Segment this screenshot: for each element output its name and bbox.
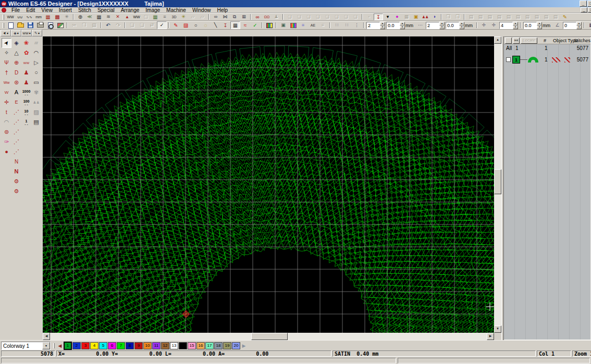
menu-stitch[interactable]: Stitch xyxy=(75,7,94,13)
document-icon[interactable] xyxy=(2,8,6,12)
undo[interactable]: ↶ xyxy=(103,21,113,29)
gears-tool[interactable]: ⚙ xyxy=(11,177,21,186)
satin-fill[interactable]: WW xyxy=(132,14,141,20)
lattice-fill-2[interactable]: ▦ xyxy=(94,14,104,20)
colorway-swatch-14[interactable] xyxy=(179,342,187,349)
satin-stitch[interactable]: WW xyxy=(6,14,15,20)
density-100-tool[interactable]: 100 xyxy=(21,97,31,107)
mesh-tool[interactable]: ⋈ xyxy=(220,14,230,20)
half-view[interactable]: ◗ xyxy=(430,14,439,20)
colorway-swatch-4[interactable]: 4 xyxy=(90,342,98,349)
pull-comp-value-down-icon[interactable]: ▼ xyxy=(380,26,385,29)
colorway-swatch-3[interactable]: 3 xyxy=(81,342,90,349)
pattern-stamp[interactable]: ▦ xyxy=(151,14,160,20)
needle-point-select[interactable]: ↧ xyxy=(374,14,383,20)
small-dots-a[interactable]: ∷ xyxy=(332,21,342,29)
zigzag-stitch[interactable]: ∿∿ xyxy=(24,14,34,20)
grid-size-value-input[interactable]: 4 xyxy=(499,22,513,29)
colorway-swatch-19[interactable]: 19 xyxy=(223,342,231,349)
maximize-button[interactable]: □ xyxy=(587,1,591,7)
menu-image[interactable]: Image xyxy=(142,7,163,13)
stitch-type-dropdown[interactable]: WW▾ xyxy=(21,30,32,36)
curve-n-bold-tool[interactable]: N xyxy=(11,167,21,177)
colorway-swatch-20[interactable]: 20 xyxy=(232,342,240,349)
menu-help[interactable]: Help xyxy=(214,7,231,13)
panel-dock-icon[interactable]: »« xyxy=(513,37,520,44)
column-qa-tool[interactable]: W xyxy=(2,87,11,97)
pull-comp-value[interactable]: 2▲▼ xyxy=(366,22,385,29)
object-thumbnail[interactable] xyxy=(528,57,538,62)
run-c-tool[interactable]: ⋰ xyxy=(11,127,21,137)
branch-tool[interactable]: Ψ xyxy=(2,58,11,68)
next-colors-icon[interactable]: ▶ xyxy=(240,342,248,349)
overlap-tool[interactable]: ⧉ xyxy=(230,14,239,20)
run-a-tool[interactable]: ⋰ xyxy=(11,107,21,117)
select-dropdown[interactable]: ➤▾ xyxy=(1,30,11,36)
flag-shape-tool[interactable]: ▷ xyxy=(31,58,41,68)
flower-tool[interactable]: ❀ xyxy=(21,38,31,48)
summary-row[interactable]: All 1 1 5077 xyxy=(504,45,590,53)
horizontal-scroll-thumb[interactable] xyxy=(251,333,288,340)
angle-value[interactable]: 0▲▼ xyxy=(563,22,582,29)
menu-window[interactable]: Window xyxy=(189,7,214,13)
print[interactable] xyxy=(35,21,45,29)
run-stitch[interactable]: ∪∪ xyxy=(15,14,24,20)
menu-machine[interactable]: Machine xyxy=(163,7,189,13)
grid-size-value[interactable]: 4▲▼ xyxy=(499,22,518,29)
lattice-fill[interactable]: ▦ xyxy=(43,14,53,20)
auto-apply-check[interactable]: ✓ xyxy=(157,21,167,29)
select-tool[interactable]: ➤ xyxy=(2,38,11,48)
dim-artwork[interactable]: ≡ xyxy=(298,21,308,29)
colorway-swatch-15[interactable]: 15 xyxy=(188,342,196,349)
menu-special[interactable]: Special xyxy=(94,7,118,13)
design-notes[interactable]: ✎ xyxy=(560,14,570,20)
stitch-spacing-value[interactable]: 2▲▼ xyxy=(426,22,445,29)
properties-tool[interactable]: ▤ xyxy=(31,117,41,127)
scroll-right-icon[interactable]: ▶ xyxy=(487,333,494,340)
stitch-count-check[interactable]: ΩΩ xyxy=(262,14,272,20)
freehand-select-tool[interactable]: ✧ xyxy=(2,48,11,58)
wreath-tool[interactable]: ⊛ xyxy=(11,78,21,87)
filter-triangle[interactable]: ▼ xyxy=(383,14,392,20)
object-color-chip[interactable]: 1 xyxy=(512,56,520,64)
stop-tool[interactable]: ● xyxy=(2,147,11,157)
pull-offset-value-input[interactable]: 0.0 xyxy=(386,22,400,29)
angle-value-up-icon[interactable]: ▲ xyxy=(576,22,582,26)
motif-gray-tool[interactable]: ✾ xyxy=(31,87,41,97)
input-method-dropdown[interactable]: ✎▾ xyxy=(32,30,42,36)
measure-tool[interactable]: ✛ xyxy=(2,97,11,107)
scroll-up-icon[interactable]: ▲ xyxy=(494,36,501,44)
print-preview[interactable] xyxy=(45,21,55,29)
small-dots-c[interactable]: ⋮ xyxy=(352,21,362,29)
colorway-select[interactable]: Colorway 1 ▾ xyxy=(1,342,51,350)
ellipse-tool[interactable]: ○ xyxy=(31,68,41,78)
hatch-red[interactable]: ▨ xyxy=(181,21,191,29)
colorway-swatch-13[interactable]: 13 xyxy=(170,342,178,349)
pull-comp-value-up-icon[interactable]: ▲ xyxy=(380,22,385,26)
pin-tool[interactable]: † xyxy=(2,68,11,78)
figure-a-tool[interactable]: ♟ xyxy=(21,68,31,78)
connect-objects[interactable]: ∞ xyxy=(211,14,220,20)
small-dots-b[interactable]: ∷ xyxy=(342,21,352,29)
scroll-down-icon[interactable]: ▼ xyxy=(494,325,501,333)
satin-column-tool[interactable]: WW xyxy=(21,58,31,68)
petal-tool[interactable]: ✿ xyxy=(21,48,31,58)
stitch-spacing-value-down-icon[interactable]: ▼ xyxy=(439,26,445,29)
colorway-swatch-12[interactable]: 12 xyxy=(161,342,169,349)
previous-colors-icon[interactable]: ◀ xyxy=(56,342,64,349)
pen-red[interactable]: ✎ xyxy=(171,21,181,29)
colorway-swatch-9[interactable]: 9 xyxy=(134,342,143,349)
colorway-swatch-10[interactable]: 10 xyxy=(143,342,152,349)
digitize-shape-tool[interactable]: △ xyxy=(11,48,21,58)
open-file[interactable] xyxy=(16,21,26,29)
curve-n-tool[interactable]: N xyxy=(11,157,21,167)
fancy-fill-tool[interactable]: ▨ xyxy=(31,107,41,117)
ellipse-dashed[interactable]: ◌ xyxy=(201,21,211,29)
auto-lettering[interactable]: AE xyxy=(308,21,318,29)
panel-blank-button[interactable] xyxy=(505,37,512,44)
nudge-b[interactable]: ✛ xyxy=(489,21,499,29)
thread-tool[interactable]: ✑ xyxy=(2,137,11,147)
reshape-dropdown[interactable]: ◈▾ xyxy=(11,30,21,36)
lettering-tool[interactable]: A xyxy=(11,87,21,97)
needle-insert[interactable]: ↧ xyxy=(220,21,230,29)
